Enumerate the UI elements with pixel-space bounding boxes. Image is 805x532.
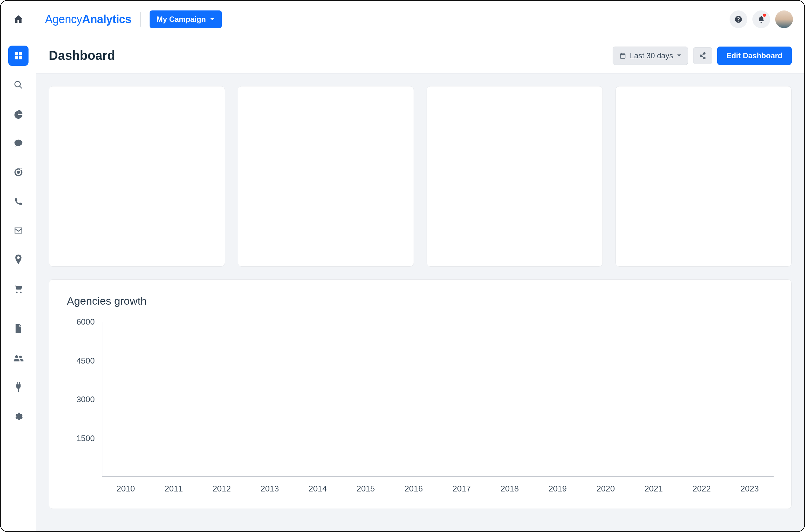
sidebar-item-email[interactable] <box>8 221 29 241</box>
x-tick: 2016 <box>404 484 423 494</box>
x-tick: 2017 <box>453 484 471 494</box>
chat-icon <box>14 138 23 148</box>
topbar: AgencyAnalytics My Campaign <box>1 1 804 38</box>
brand-part1: Agency <box>45 13 82 26</box>
map-pin-icon <box>14 254 22 265</box>
sidebar-item-calls[interactable] <box>8 191 29 211</box>
brand-part2: Analytics <box>82 13 131 26</box>
cart-icon <box>14 284 23 293</box>
widget-card-3[interactable] <box>426 86 603 267</box>
y-tick: 4500 <box>76 356 95 365</box>
x-tick: 2012 <box>213 484 231 494</box>
sidebar-item-search[interactable] <box>8 75 29 95</box>
target-icon <box>14 168 23 177</box>
grid-icon <box>14 51 23 60</box>
date-range-label: Last 30 days <box>630 51 673 60</box>
question-icon <box>734 15 743 23</box>
x-tick: 2018 <box>500 484 519 494</box>
brand-logo[interactable]: AgencyAnalytics <box>36 13 131 26</box>
x-tick: 2019 <box>549 484 567 494</box>
sidebar-item-settings[interactable] <box>8 406 29 426</box>
page-title: Dashboard <box>49 49 115 63</box>
x-tick: 2015 <box>356 484 375 494</box>
x-tick: 2014 <box>309 484 327 494</box>
x-tick: 2021 <box>645 484 663 494</box>
dashboard-content: Agencies growth 6000450030001500 2010201… <box>36 74 804 531</box>
widget-card-1[interactable] <box>49 86 225 267</box>
caret-down-icon <box>210 18 215 21</box>
sidebar <box>1 38 36 531</box>
chart-plot: 6000450030001500 20102011201220132014201… <box>67 319 774 496</box>
campaign-selector[interactable]: My Campaign <box>150 11 222 28</box>
widget-card-2[interactable] <box>238 86 414 267</box>
x-tick: 2023 <box>740 484 759 494</box>
sidebar-item-local[interactable] <box>8 249 29 270</box>
chart-title: Agencies growth <box>67 295 774 307</box>
edit-dashboard-button[interactable]: Edit Dashboard <box>717 46 792 65</box>
sidebar-item-target[interactable] <box>8 162 29 183</box>
x-tick: 2022 <box>693 484 711 494</box>
sidebar-separator <box>1 310 36 310</box>
caret-down-icon <box>677 54 681 57</box>
x-tick: 2011 <box>164 484 183 494</box>
gear-icon <box>14 412 23 421</box>
envelope-icon <box>14 227 23 234</box>
calendar-icon <box>619 52 626 59</box>
widget-card-4[interactable] <box>616 86 792 267</box>
document-icon <box>14 324 22 334</box>
home-button[interactable] <box>1 1 36 38</box>
sidebar-item-dashboard[interactable] <box>8 45 29 66</box>
sidebar-item-chat[interactable] <box>8 133 29 153</box>
sidebar-item-integrations[interactable] <box>8 377 29 397</box>
date-range-selector[interactable]: Last 30 days <box>612 46 688 65</box>
y-tick: 6000 <box>76 317 95 327</box>
y-tick: 3000 <box>76 395 95 404</box>
user-avatar[interactable] <box>775 11 793 28</box>
notification-indicator <box>763 14 766 17</box>
main-content: Dashboard Last 30 days Edit Dashboard <box>36 38 804 531</box>
plug-icon <box>15 382 22 392</box>
x-tick: 2013 <box>260 484 279 494</box>
phone-icon <box>14 197 23 206</box>
pie-chart-icon <box>14 109 23 119</box>
search-icon <box>14 80 23 90</box>
sidebar-item-reports[interactable] <box>8 319 29 339</box>
y-tick: 1500 <box>76 433 95 443</box>
chart-widget: Agencies growth 6000450030001500 2010201… <box>49 279 792 509</box>
x-tick: 2010 <box>117 484 135 494</box>
sidebar-item-ecommerce[interactable] <box>8 279 29 299</box>
widget-row <box>49 86 792 267</box>
sidebar-item-users[interactable] <box>8 348 29 368</box>
home-icon <box>13 14 24 25</box>
page-toolbar: Dashboard Last 30 days Edit Dashboard <box>36 38 804 74</box>
sidebar-item-analytics[interactable] <box>8 104 29 124</box>
x-tick: 2020 <box>597 484 615 494</box>
campaign-label: My Campaign <box>157 15 206 24</box>
users-icon <box>13 354 23 362</box>
notifications-button[interactable] <box>752 11 770 28</box>
share-icon <box>699 52 706 59</box>
share-button[interactable] <box>693 47 712 64</box>
help-button[interactable] <box>730 11 747 28</box>
